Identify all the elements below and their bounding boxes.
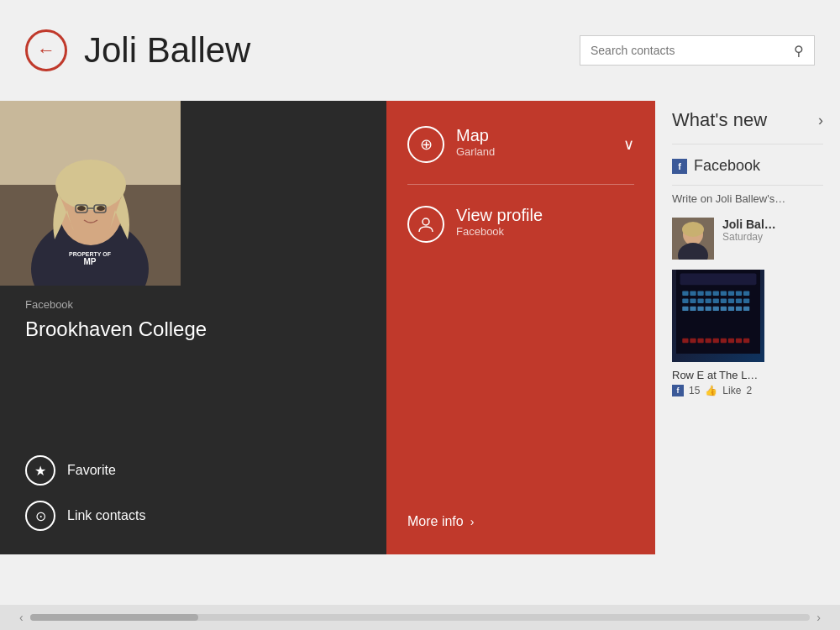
view-profile-icon: [407, 206, 444, 243]
photo-overlay: [181, 101, 386, 286]
svg-rect-40: [690, 307, 696, 311]
svg-rect-28: [736, 291, 742, 295]
write-on-wall-prompt[interactable]: Write on Joli Ballew's…: [672, 192, 823, 205]
svg-rect-25: [713, 291, 719, 295]
svg-rect-33: [706, 299, 711, 303]
svg-rect-26: [721, 291, 727, 295]
svg-rect-39: [682, 307, 688, 311]
svg-rect-35: [721, 299, 727, 303]
feed-name: Joli Bal…: [722, 218, 823, 231]
svg-rect-45: [728, 307, 734, 311]
feed-actions: f 15 👍 Like 2: [672, 385, 823, 396]
scrollbar-track[interactable]: [30, 614, 811, 621]
thumb-icon: 👍: [705, 385, 717, 396]
back-button[interactable]: ←: [25, 29, 67, 71]
svg-rect-52: [713, 339, 719, 343]
view-profile-action[interactable]: View profile Facebook: [407, 206, 634, 243]
svg-rect-31: [690, 299, 696, 303]
view-profile-sublabel: Facebook: [456, 225, 634, 238]
svg-text:MP: MP: [84, 257, 97, 266]
feed-item: Joli Bal… Saturday: [672, 218, 823, 260]
back-arrow-icon: ←: [37, 41, 55, 60]
favorite-label: Favorite: [67, 463, 116, 478]
scrollbar-thumb[interactable]: [30, 614, 198, 621]
left-panel: PROPERTY OF MP Facebook Brookhaven Colle…: [0, 101, 386, 554]
profile-info: Facebook Brookhaven College: [0, 286, 386, 383]
source-label: Facebook: [25, 298, 361, 311]
svg-point-6: [55, 160, 126, 210]
svg-rect-36: [728, 299, 734, 303]
map-sublabel: Garland: [456, 145, 623, 158]
map-title: Map: [456, 126, 623, 145]
scroll-right-button[interactable]: ›: [810, 611, 827, 624]
feed-avatar: [672, 218, 714, 260]
svg-point-7: [77, 206, 86, 211]
link-contacts-label: Link contacts: [67, 508, 145, 523]
search-input[interactable]: [591, 44, 794, 57]
profile-image: PROPERTY OF MP: [0, 101, 181, 286]
contact-name: Joli Ballew: [84, 30, 580, 71]
scroll-left-button[interactable]: ‹: [13, 611, 30, 624]
link-contacts-icon: ⊙: [25, 501, 55, 531]
svg-rect-29: [743, 291, 749, 295]
whats-new-arrow-icon[interactable]: ›: [818, 112, 823, 129]
link-contacts-button[interactable]: ⊙ Link contacts: [25, 501, 145, 531]
favorite-icon: ★: [25, 455, 55, 486]
svg-rect-53: [721, 339, 727, 343]
main-content: PROPERTY OF MP Facebook Brookhaven Colle…: [0, 101, 840, 554]
map-info: Map Garland: [456, 126, 623, 158]
feed-time: Saturday: [722, 231, 823, 243]
svg-rect-44: [721, 307, 727, 311]
bottom-bar: ‹ ›: [0, 605, 840, 630]
favorite-button[interactable]: ★ Favorite: [25, 455, 116, 486]
svg-rect-27: [728, 291, 734, 295]
svg-rect-38: [743, 299, 749, 303]
whats-new-header: What's new ›: [672, 101, 823, 144]
school-name: Brookhaven College: [25, 318, 361, 341]
svg-rect-22: [690, 291, 696, 295]
svg-rect-51: [706, 339, 711, 343]
action-buttons: ★ Favorite ⊙ Link contacts: [0, 447, 386, 554]
facebook-label: Facebook: [694, 157, 760, 175]
more-info-chevron-icon: ›: [470, 515, 475, 528]
svg-rect-34: [713, 299, 719, 303]
feed-caption: Row E at The L…: [672, 369, 823, 381]
view-profile-title: View profile: [456, 206, 634, 225]
svg-rect-54: [728, 339, 734, 343]
more-info-button[interactable]: More info ›: [407, 514, 634, 529]
svg-rect-21: [682, 291, 688, 295]
svg-rect-43: [713, 307, 719, 311]
svg-rect-41: [697, 307, 703, 311]
svg-rect-24: [706, 291, 711, 295]
feed-comment-count: 2: [746, 385, 752, 396]
svg-rect-49: [690, 339, 696, 343]
whats-new-title: What's new: [672, 109, 818, 131]
svg-rect-30: [682, 299, 688, 303]
map-action[interactable]: ⊕ Map Garland ∨: [407, 126, 634, 163]
divider: [407, 184, 634, 185]
svg-point-8: [97, 206, 105, 211]
social-source: f Facebook: [672, 157, 823, 186]
svg-rect-47: [743, 307, 749, 311]
like-button[interactable]: Like: [722, 385, 741, 396]
more-info-label: More info: [407, 514, 464, 529]
svg-text:PROPERTY OF: PROPERTY OF: [69, 251, 112, 257]
feed-image: [672, 270, 764, 362]
svg-rect-48: [682, 339, 688, 343]
profile-photo-area: PROPERTY OF MP: [0, 101, 386, 286]
search-icon-button[interactable]: ⚲: [794, 43, 804, 59]
svg-point-14: [423, 218, 429, 225]
svg-rect-55: [736, 339, 742, 343]
view-profile-info: View profile Facebook: [456, 206, 634, 238]
facebook-icon: f: [672, 159, 687, 174]
feed-info: Joli Bal… Saturday: [722, 218, 823, 243]
svg-rect-20: [680, 274, 757, 286]
feed-fb-icon: f: [672, 385, 684, 396]
svg-rect-42: [706, 307, 711, 311]
right-panel: ⊕ Map Garland ∨ View profile Facebook Mo: [386, 101, 655, 554]
svg-rect-37: [736, 299, 742, 303]
map-chevron-icon: ∨: [623, 135, 634, 154]
svg-rect-23: [697, 291, 703, 295]
feed-like-count: 15: [689, 385, 700, 396]
svg-rect-50: [697, 339, 703, 343]
